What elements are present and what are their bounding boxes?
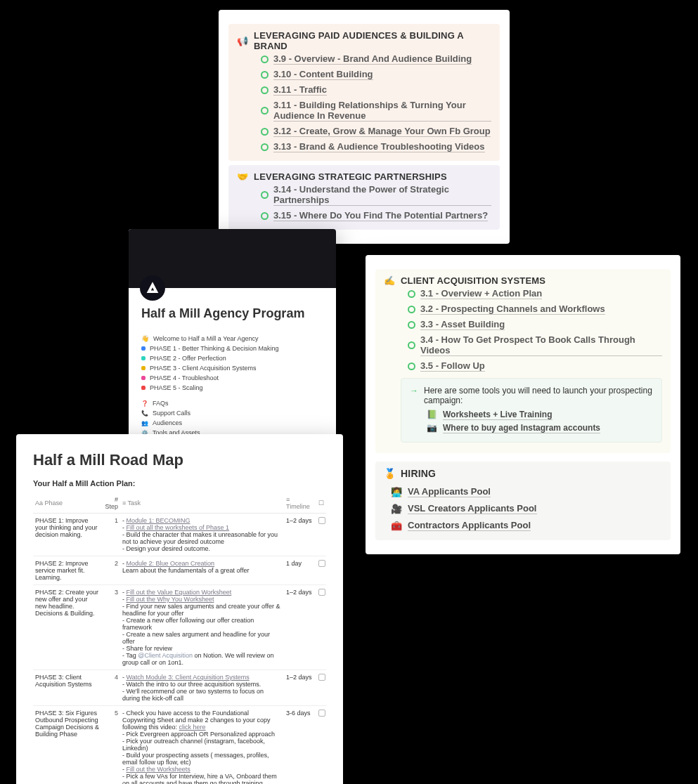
tool-link[interactable]: Where to buy aged Instagram accounts [443,423,600,433]
table-row: PHASE 2: Create your new offer and your … [33,585,326,670]
mention-tag[interactable]: @Client Acquisition [138,652,193,659]
lesson-link[interactable]: 3.2 - Prospecting Channels and Workflows [420,303,605,315]
lesson-row[interactable]: 3.1 - Overview + Action Plan [384,286,662,301]
task-cell: - Module 1: BECOMING- Fill out all the w… [120,514,284,556]
phase-row[interactable]: PHASE 3 - Client Acquisition Systems [141,363,323,373]
hiring-link[interactable]: Contractors Applicants Pool [408,520,531,531]
col-timeline: ≡ Timeline [284,493,316,514]
paid-section: 📢 LEVERAGING PAID AUDIENCES & BUILDING A… [228,24,500,161]
color-dot-icon [141,366,146,370]
task-line: - Fill out all the worksheets of Phase 1 [122,524,282,531]
phase-row[interactable]: PHASE 4 - Troubleshoot [141,373,323,383]
extra-row[interactable]: ❓FAQs [141,398,323,408]
task-cell: - Module 2: Blue Ocean CreationLearn abo… [120,556,284,585]
col-check: ☐ [316,493,326,514]
task-line: - Fill out the Value Equation Worksheet [122,589,282,596]
task-line: - Module 2: Blue Ocean Creation [122,560,282,567]
task-line: - Pick your outreach channel (instagram,… [122,738,282,752]
checkbox[interactable] [318,589,325,596]
step-cell: 4 [102,670,120,706]
lesson-row[interactable]: 3.3 - Asset Building [384,317,662,332]
hiring-row[interactable]: 👩‍💻VA Applicants Pool [384,483,662,500]
check-cell [316,706,326,785]
lesson-link[interactable]: 3.10 - Content Building [273,69,373,80]
lesson-link[interactable]: 3.14 - Understand the Power of Strategic… [273,184,491,206]
task-cell: - Watch Module 3: Client Acquisition Sys… [120,670,284,706]
lesson-row[interactable]: 3.5 - Follow Up [384,358,662,374]
table-row: PHASE 3: Six Figures Outbound Prospectin… [33,706,326,785]
lesson-link[interactable]: 3.11 - Building Relationships & Turning … [273,100,491,122]
task-link[interactable]: Fill out the Value Equation Worksheet [127,589,232,596]
lesson-link[interactable]: 3.12 - Create, Grow & Manage Your Own Fb… [273,126,491,137]
open-circle-icon [261,107,269,115]
lesson-row[interactable]: 3.15 - Where Do You Find The Potential P… [237,208,491,223]
lesson-row[interactable]: 3.14 - Understand the Power of Strategic… [237,182,491,208]
checkbox[interactable] [318,517,325,524]
open-circle-icon [408,321,415,329]
phase-row[interactable]: PHASE 5 - Scaling [141,383,323,393]
lesson-row[interactable]: 3.12 - Create, Grow & Manage Your Own Fb… [237,124,491,139]
lesson-row[interactable]: 3.11 - Building Relationships & Turning … [237,98,491,124]
lesson-row[interactable]: 3.10 - Content Building [237,67,491,82]
tool-row[interactable]: 📗Worksheets + Live Training [427,408,653,422]
checkbox[interactable] [318,560,325,567]
checkbox[interactable] [318,674,325,681]
task-line: - Pick Evergreen approach OR Personalize… [122,731,282,738]
task-line: - Pick a few VAs for Interview, hire a V… [122,773,282,784]
lesson-link[interactable]: 3.15 - Where Do You Find The Potential P… [273,210,488,221]
strategic-section: 🤝 LEVERAGING STRATEGIC PARTNERSHIPS 3.14… [228,165,500,230]
step-cell: 2 [102,556,120,585]
task-link[interactable]: Fill out the Why You Worksheet [127,596,214,603]
color-dot-icon [141,376,146,380]
task-line: - Share for review [122,645,282,652]
hiring-link[interactable]: VSL Creators Applicants Pool [408,503,537,514]
inline-link[interactable]: click here [179,724,206,731]
phase-row[interactable]: PHASE 2 - Offer Perfection [141,353,323,363]
lesson-link[interactable]: 3.5 - Follow Up [420,360,485,372]
hiring-title: HIRING [401,468,436,479]
task-line: - Watch Module 3: Client Acquisition Sys… [122,674,282,681]
hiring-link[interactable]: VA Applicants Pool [408,486,491,497]
extra-row[interactable]: 📞Support Calls [141,408,323,418]
extra-row[interactable]: 👥Audiences [141,418,323,428]
tool-link[interactable]: Worksheets + Live Training [443,410,552,420]
table-row: PHASE 1: Improve your thinking and your … [33,514,326,556]
phase-row[interactable]: PHASE 1 - Better Thinking & Decision Mak… [141,344,323,353]
task-line: - Module 1: BECOMING [122,517,282,524]
welcome-row[interactable]: 👋 Welcome to Half a Mill a Year Agency [141,334,323,344]
task-link[interactable]: Module 1: BECOMING [127,517,190,524]
extra-icon: 👥 [141,420,148,426]
roadmap-table: Aa Phase # Step ≡ Task ≡ Timeline ☐ PHAS… [33,493,326,784]
task-link[interactable]: Watch Module 3: Client Acquisition Syste… [127,674,250,681]
task-link[interactable]: Fill out all the worksheets of Phase 1 [127,524,230,531]
task-link[interactable]: Module 2: Blue Ocean Creation [127,560,215,567]
hiring-row[interactable]: 🎥VSL Creators Applicants Pool [384,500,662,517]
open-circle-icon [261,128,269,136]
roadmap-card: Half a Mill Road Map Your Half a Mill Ac… [16,434,343,784]
acq-title: CLIENT ACQUISITION SYSTEMS [401,275,545,286]
lesson-row[interactable]: 3.13 - Brand & Audience Troubleshooting … [237,139,491,155]
col-task: ≡ Task [120,493,284,514]
lesson-link[interactable]: 3.13 - Brand & Audience Troubleshooting … [273,141,485,152]
lesson-row[interactable]: 3.2 - Prospecting Channels and Workflows [384,301,662,317]
tools-note: → Here are some tools you will need to l… [401,378,662,443]
lesson-link[interactable]: 3.9 - Overview - Brand And Audience Buil… [273,53,472,65]
lesson-link[interactable]: 3.3 - Asset Building [420,319,505,330]
lesson-row[interactable]: 3.9 - Overview - Brand And Audience Buil… [237,51,491,67]
tool-row[interactable]: 📷Where to buy aged Instagram accounts [427,422,653,435]
col-step: # Step [102,493,120,514]
client-card: ✍️ CLIENT ACQUISITION SYSTEMS 3.1 - Over… [366,255,680,554]
lesson-row[interactable]: 3.4 - How To Get Prospect To Book Calls … [384,332,662,358]
task-link[interactable]: Fill out the Worksheets [127,766,190,773]
check-cell [316,556,326,585]
hiring-row[interactable]: 🧰Contractors Applicants Pool [384,517,662,534]
roadmap-subtitle: Your Half a Mill Action Plan: [33,479,326,488]
task-line: - Find your new sales arguments and crea… [122,603,282,617]
phase-cell: PHASE 1: Improve your thinking and your … [33,514,102,556]
task-line: - Build your prospecting assets ( messag… [122,752,282,766]
lesson-link[interactable]: 3.11 - Traffic [273,84,327,96]
checkbox[interactable] [318,710,325,717]
lesson-link[interactable]: 3.4 - How To Get Prospect To Book Calls … [420,334,662,356]
lesson-row[interactable]: 3.11 - Traffic [237,82,491,98]
lesson-link[interactable]: 3.1 - Overview + Action Plan [420,288,542,299]
